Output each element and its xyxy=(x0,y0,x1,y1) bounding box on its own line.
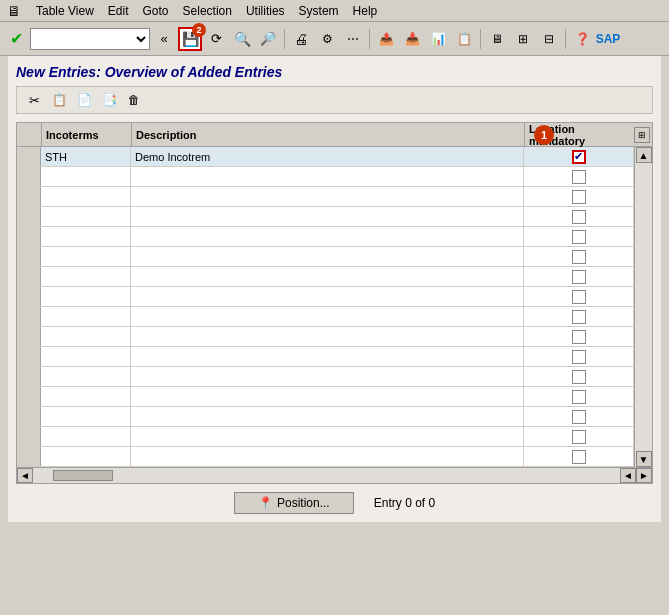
checkbox-unchecked[interactable] xyxy=(572,290,586,304)
badge-2: 2 xyxy=(192,23,206,37)
table-row[interactable] xyxy=(17,307,652,327)
table-row[interactable] xyxy=(17,367,652,387)
table-row[interactable] xyxy=(17,227,652,247)
settings-icon: ⚙ xyxy=(322,32,333,46)
download-button[interactable]: 📥 xyxy=(400,27,424,51)
checkbox-unchecked[interactable] xyxy=(572,410,586,424)
checkbox-unchecked[interactable] xyxy=(572,390,586,404)
menu-selection[interactable]: Selection xyxy=(183,4,232,18)
separator-3 xyxy=(480,29,481,49)
delete-button[interactable]: 🗑 xyxy=(123,90,145,110)
menu-goto[interactable]: Goto xyxy=(143,4,169,18)
checkbox-unchecked[interactable] xyxy=(572,430,586,444)
menu-table-view[interactable]: Table View xyxy=(36,4,94,18)
confirm-button[interactable]: ✔ xyxy=(4,27,28,51)
back-arrow-icon: « xyxy=(160,31,167,46)
scroll-up-button[interactable]: ▲ xyxy=(636,147,652,163)
cell-incoterms-1[interactable]: STH xyxy=(41,147,131,166)
menu-edit[interactable]: Edit xyxy=(108,4,129,18)
separator-1 xyxy=(284,29,285,49)
table-row[interactable]: STH Demo Incotrem ✔ xyxy=(17,147,652,167)
export-icon: 📊 xyxy=(431,32,446,46)
cell-description-2[interactable] xyxy=(131,167,524,186)
settings-button[interactable]: ⚙ xyxy=(315,27,339,51)
position-button[interactable]: 📍 Position... xyxy=(234,492,354,514)
checkbox-checked[interactable]: ✔ xyxy=(572,150,586,164)
main-content: New Entries: Overview of Added Entries ✂… xyxy=(8,56,661,522)
table-row[interactable] xyxy=(17,447,652,467)
menu-utilities[interactable]: Utilities xyxy=(246,4,285,18)
scroll-thumb[interactable] xyxy=(53,470,113,481)
column-resize-icon[interactable]: ⊞ xyxy=(634,127,650,143)
page-title: New Entries: Overview of Added Entries xyxy=(16,64,653,80)
scroll-right-button-2[interactable]: ► xyxy=(636,468,652,483)
checkbox-unchecked[interactable] xyxy=(572,270,586,284)
checkbox-unchecked[interactable] xyxy=(572,370,586,384)
paste-icon: 📄 xyxy=(77,93,92,107)
table-row[interactable] xyxy=(17,347,652,367)
table-row[interactable] xyxy=(17,287,652,307)
checkbox-unchecked[interactable] xyxy=(572,310,586,324)
checkbox-unchecked[interactable] xyxy=(572,450,586,464)
badge-1: 1 xyxy=(534,125,554,145)
checkbox-unchecked[interactable] xyxy=(572,230,586,244)
import-button[interactable]: 📋 xyxy=(452,27,476,51)
table-row[interactable] xyxy=(17,387,652,407)
more-button[interactable]: ⋯ xyxy=(341,27,365,51)
import-icon: 📋 xyxy=(457,32,472,46)
find-button[interactable]: 🔍 xyxy=(230,27,254,51)
scroll-track[interactable] xyxy=(33,468,620,483)
table-header: Incoterms Description 1 Location mandato… xyxy=(17,123,652,147)
command-combo[interactable] xyxy=(30,28,150,50)
window-button[interactable]: ⊞ xyxy=(511,27,535,51)
scissors-icon: ✂ xyxy=(29,93,40,108)
export-button[interactable]: 📊 xyxy=(426,27,450,51)
check-icon: ✔ xyxy=(10,29,23,48)
menu-system[interactable]: System xyxy=(299,4,339,18)
forward-arrow-btn[interactable]: ⟳ xyxy=(204,27,228,51)
app-icon: 🖥 xyxy=(6,3,22,19)
window-icon: ⊞ xyxy=(518,32,528,46)
table-row[interactable] xyxy=(17,207,652,227)
table-row[interactable] xyxy=(17,247,652,267)
sap-icon: SAP xyxy=(596,32,621,46)
scroll-left-button[interactable]: ◄ xyxy=(17,468,33,483)
upload-button[interactable]: 📤 xyxy=(374,27,398,51)
find-next-button[interactable]: 🔎 xyxy=(256,27,280,51)
monitor-button[interactable]: 🖥 xyxy=(485,27,509,51)
copy-button[interactable]: 📋 xyxy=(48,90,70,110)
table-row[interactable] xyxy=(17,427,652,447)
copy2-button[interactable]: 📑 xyxy=(98,90,120,110)
cell-description-1[interactable]: Demo Incotrem xyxy=(131,147,524,166)
cell-location-1[interactable]: ✔ xyxy=(524,147,634,166)
back-arrow-btn[interactable]: « xyxy=(152,27,176,51)
scroll-right-button-1[interactable]: ◄ xyxy=(620,468,636,483)
monitor-icon: 🖥 xyxy=(491,32,503,46)
secondary-toolbar: ✂ 📋 📄 📑 🗑 xyxy=(16,86,653,114)
menu-bar: 🖥 Table View Edit Goto Selection Utiliti… xyxy=(0,0,669,22)
window2-button[interactable]: ⊟ xyxy=(537,27,561,51)
table-row[interactable] xyxy=(17,327,652,347)
scroll-down-button[interactable]: ▼ xyxy=(636,451,652,467)
checkbox-unchecked[interactable] xyxy=(572,190,586,204)
print-button[interactable]: 🖨 xyxy=(289,27,313,51)
sap-button[interactable]: SAP xyxy=(596,27,620,51)
table-row[interactable] xyxy=(17,407,652,427)
table-row[interactable] xyxy=(17,267,652,287)
find-icon: 🔍 xyxy=(234,31,251,47)
menu-help[interactable]: Help xyxy=(353,4,378,18)
checkbox-unchecked[interactable] xyxy=(572,330,586,344)
copy-icon: 📋 xyxy=(52,93,67,107)
checkbox-unchecked[interactable] xyxy=(572,210,586,224)
paste-button[interactable]: 📄 xyxy=(73,90,95,110)
cell-location-2[interactable] xyxy=(524,167,634,186)
cell-incoterms-2[interactable] xyxy=(41,167,131,186)
scissors-button[interactable]: ✂ xyxy=(23,90,45,110)
checkbox-unchecked[interactable] xyxy=(572,250,586,264)
help-button[interactable]: ❓ xyxy=(570,27,594,51)
delete-icon: 🗑 xyxy=(128,93,140,107)
checkbox-unchecked[interactable] xyxy=(572,170,586,184)
checkbox-unchecked[interactable] xyxy=(572,350,586,364)
table-row[interactable] xyxy=(17,187,652,207)
table-row[interactable] xyxy=(17,167,652,187)
